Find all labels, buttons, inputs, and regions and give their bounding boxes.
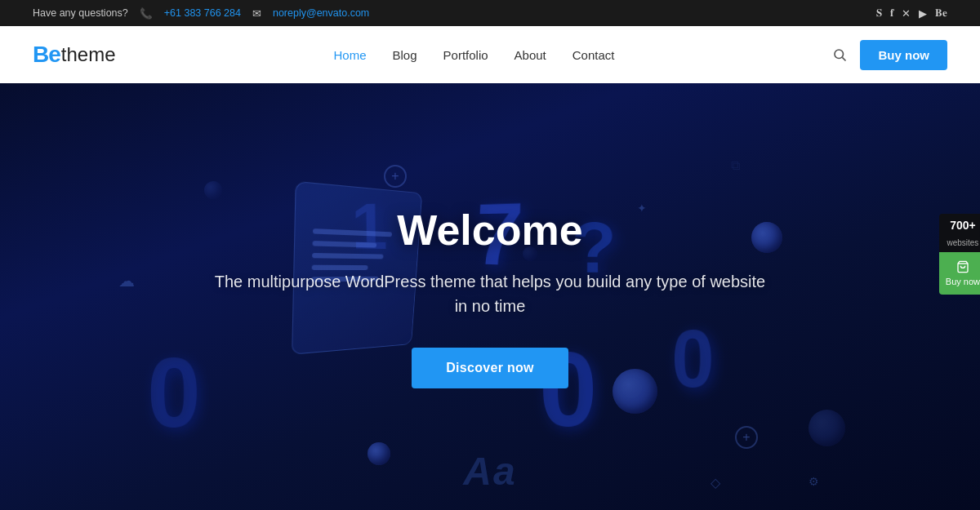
nav-links: Home Blog Portfolio About Contact xyxy=(334,48,615,62)
nav-portfolio[interactable]: Portfolio xyxy=(443,48,488,62)
search-button[interactable] xyxy=(832,47,847,62)
deco-plus-1: + xyxy=(384,165,407,188)
deco-num-0c: 0 xyxy=(147,335,201,450)
side-panel: 700+ websites Buy now xyxy=(939,214,980,295)
navbar: Be theme Home Blog Portfolio About Conta… xyxy=(0,26,980,83)
deco-gear-icon: ⚙ xyxy=(808,475,819,488)
hero-content: Welcome The multipurpose WordPress theme… xyxy=(212,206,768,388)
nav-about[interactable]: About xyxy=(514,48,546,62)
question-text: Have any questions? xyxy=(33,7,128,19)
behance-icon[interactable]: 𝐁𝐞 xyxy=(935,7,947,20)
email-icon: ✉ xyxy=(252,7,261,20)
side-panel-buy-button[interactable]: Buy now xyxy=(939,252,980,295)
skype-icon[interactable]: 𝐒 xyxy=(876,7,882,20)
phone-icon: 📞 xyxy=(140,7,153,20)
buy-now-button[interactable]: Buy now xyxy=(860,40,947,70)
nav-home[interactable]: Home xyxy=(334,48,367,62)
hero-subtitle: The multipurpose WordPress theme that he… xyxy=(212,269,768,318)
logo[interactable]: Be theme xyxy=(33,42,116,68)
deco-copy-icon: ⧉ xyxy=(731,158,740,173)
email-link[interactable]: noreply@envato.com xyxy=(273,7,369,19)
hero-section: 7 0 0 0 1 ? + + ☁ xyxy=(0,83,980,510)
twitter-x-icon[interactable]: ✕ xyxy=(902,7,911,20)
facebook-icon[interactable]: 𝐟 xyxy=(890,7,893,20)
deco-diamond-icon: ◇ xyxy=(710,475,720,490)
nav-contact[interactable]: Contact xyxy=(572,48,615,62)
logo-theme: theme xyxy=(61,43,116,66)
nav-right: Buy now xyxy=(832,40,947,70)
phone-link[interactable]: +61 383 766 284 xyxy=(164,7,241,19)
logo-be: Be xyxy=(33,42,60,68)
deco-sphere-3 xyxy=(368,442,390,465)
discover-button[interactable]: Discover now xyxy=(412,348,568,388)
deco-sphere-5 xyxy=(808,410,845,446)
top-bar-social: 𝐒 𝐟 ✕ ▶ 𝐁𝐞 xyxy=(876,7,947,20)
svg-line-1 xyxy=(843,57,846,60)
svg-point-0 xyxy=(835,50,844,59)
deco-aa-text: Aa xyxy=(463,449,516,494)
deco-plus-2: + xyxy=(735,426,758,449)
deco-sphere-4 xyxy=(204,181,222,199)
nav-blog[interactable]: Blog xyxy=(393,48,417,62)
side-panel-count: 700+ xyxy=(939,214,980,237)
side-panel-label: websites xyxy=(939,237,980,252)
top-bar: Have any questions? 📞 +61 383 766 284 ✉ … xyxy=(0,0,980,26)
side-panel-buy-label: Buy now xyxy=(946,277,980,286)
vimeo-icon[interactable]: ▶ xyxy=(919,7,927,20)
deco-cloud-icon: ☁ xyxy=(118,271,135,290)
top-bar-contact: Have any questions? 📞 +61 383 766 284 ✉ … xyxy=(33,7,369,20)
hero-title: Welcome xyxy=(212,206,768,255)
